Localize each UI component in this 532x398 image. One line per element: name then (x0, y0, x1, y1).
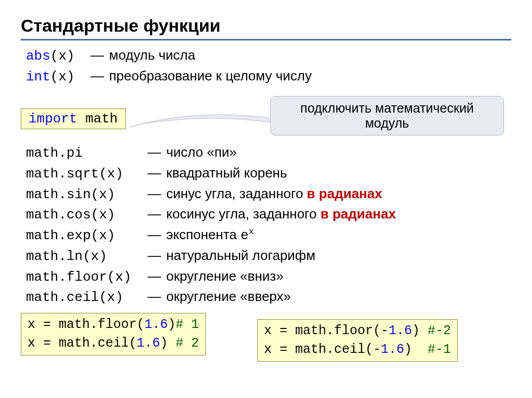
ln-desc: натуральный логарифм (166, 246, 315, 266)
row-cos: math.cos(x) — косинус угла, заданного в … (26, 204, 511, 225)
callout-box: подключить математический модуль (270, 96, 504, 135)
row-exp: math.exp(x) — экспонента ex (26, 225, 511, 246)
exp-e: e (241, 228, 249, 243)
row-int: int(x) — преобразование к целому числу (26, 66, 511, 87)
ln-args: (x) (83, 249, 107, 264)
cos-desc: косинус угла, заданного (166, 206, 321, 222)
slide: Стандартные функции abs(x) — модуль числ… (0, 0, 532, 378)
cos-red: в радианах (321, 206, 396, 222)
dash: — (90, 66, 104, 86)
dash: — (148, 246, 161, 266)
ceil-code: math.ceil (26, 290, 99, 305)
ex-l2-c: # 2 (176, 336, 199, 351)
import-keyword: import (29, 111, 77, 127)
int-desc: преобразование к целому числу (109, 66, 312, 86)
row-ceil: math.ceil(x) — округление «вверх» (26, 287, 511, 308)
ex-r1-c: #-2 (428, 323, 451, 338)
import-callout-area: import math подключить математический мо… (21, 96, 511, 138)
ex-r1-num: 1.6 (389, 323, 412, 338)
sqrt-args: (x) (99, 166, 123, 182)
sin-desc: синус угла, заданного (166, 186, 307, 201)
ex-r1-a: x = math.floor(- (264, 323, 389, 338)
row-sqrt: math.sqrt(x) — квадратный корень (26, 163, 511, 184)
cos-code: math.cos (26, 207, 91, 223)
ex-l2-a: x = math.ceil( (28, 336, 137, 351)
exp-code: math.exp (26, 228, 91, 243)
ex-r2-b: ) (404, 342, 428, 357)
ceil-args: (x) (99, 290, 123, 305)
row-ln: math.ln(x) — натуральный логарифм (26, 246, 511, 267)
int-fn: int (26, 69, 50, 85)
ex-l1-b: ) (168, 317, 176, 332)
sin-code: math.sin (26, 187, 91, 202)
dash: — (148, 163, 161, 183)
ex-l1-num: 1.6 (144, 317, 168, 332)
callout-arrow (130, 113, 275, 128)
int-args: (x) (50, 69, 75, 85)
ex-r2-num: 1.6 (381, 342, 404, 357)
import-module: math (85, 111, 117, 127)
ex-l2-num: 1.6 (137, 336, 160, 351)
sin-args: (x) (91, 187, 115, 202)
dash: — (148, 184, 161, 204)
dash: — (90, 46, 104, 65)
dash: — (148, 267, 161, 286)
abs-desc: модуль числа (109, 46, 195, 65)
ex-l1-a: x = math.floor( (28, 317, 144, 332)
ex-r1-b: ) (412, 323, 428, 338)
example-right-box: x = math.floor(-1.6) #-2 x = math.ceil(-… (257, 319, 458, 362)
ex-l2-b: ) (160, 336, 176, 351)
row-pi: math.pi — число «пи» (26, 143, 511, 163)
math-functions: math.pi — число «пи» math.sqrt(x) — квад… (26, 143, 511, 308)
exp-args: (x) (91, 228, 115, 243)
ex-r2-a: x = math.ceil(- (264, 342, 381, 357)
dash: — (148, 287, 161, 307)
abs-args: (x) (50, 48, 75, 64)
ceil-desc: округление «вверх» (166, 287, 291, 307)
ex-r2-c: #-1 (428, 342, 451, 357)
pi-desc: число «пи» (166, 143, 237, 162)
floor-desc: округление «вниз» (166, 267, 284, 286)
example-left-box: x = math.floor(1.6)# 1 x = math.ceil(1.6… (21, 313, 206, 356)
import-code-box: import math (21, 108, 126, 129)
dash: — (148, 143, 161, 162)
floor-args: (x) (107, 269, 131, 285)
pi-code: math.pi (26, 145, 83, 161)
sqrt-desc: квадратный корень (166, 163, 287, 183)
exp-sup: x (249, 227, 254, 237)
cos-args: (x) (91, 207, 115, 223)
examples-area: x = math.floor(1.6)# 1 x = math.ceil(1.6… (21, 313, 511, 362)
row-sin: math.sin(x) — синус угла, заданного в ра… (26, 184, 511, 205)
dash: — (148, 204, 161, 224)
exp-desc: экспонента (166, 227, 241, 242)
ln-code: math.ln (26, 249, 83, 264)
sin-red: в радианах (307, 186, 382, 201)
abs-fn: abs (26, 48, 50, 64)
ex-l1-c: # 1 (176, 317, 199, 332)
sqrt-code: math.sqrt (26, 166, 99, 182)
slide-title: Стандартные функции (21, 16, 511, 40)
row-floor: math.floor(x) — округление «вниз» (26, 267, 511, 287)
row-abs: abs(x) — модуль числа (26, 46, 511, 66)
dash: — (148, 225, 161, 245)
floor-code: math.floor (26, 269, 107, 285)
basic-functions: abs(x) — модуль числа int(x) — преобразо… (26, 46, 511, 87)
